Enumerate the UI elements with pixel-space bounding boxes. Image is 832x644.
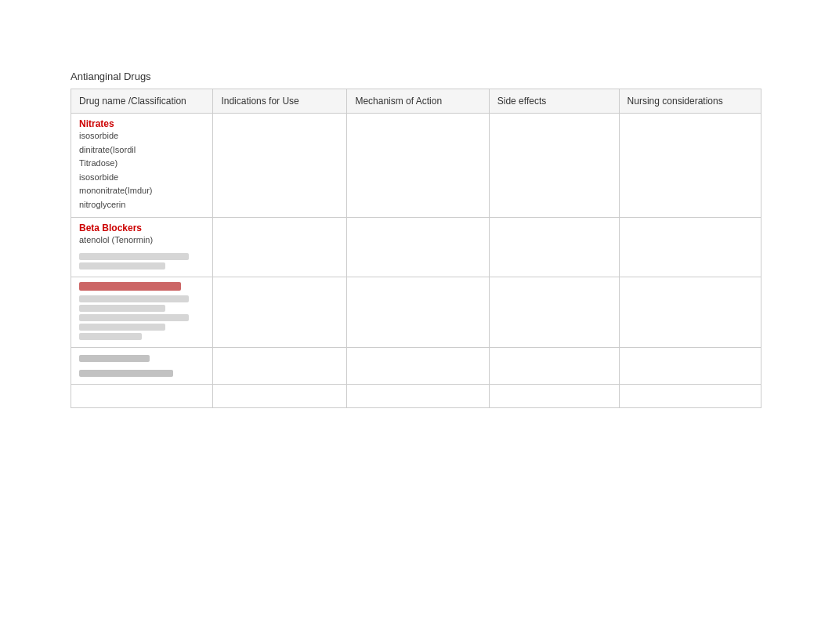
col-header-indications: Indications for Use bbox=[213, 89, 347, 114]
cell-third-mechanism bbox=[347, 277, 489, 348]
table-row-empty bbox=[71, 385, 761, 408]
cell-third-indications bbox=[213, 277, 347, 348]
page-title: Antianginal Drugs bbox=[71, 71, 761, 82]
cell-beta-side-effects bbox=[489, 217, 619, 277]
category-nitrates: Nitrates bbox=[79, 118, 204, 129]
page-container: Antianginal Drugs Drug name /Classificat… bbox=[0, 0, 832, 440]
table-row-beta-blockers: Beta Blockers atenolol (Tenormin) bbox=[71, 217, 761, 277]
col-header-mechanism: Mechanism of Action bbox=[347, 89, 489, 114]
cell-fourth-mechanism bbox=[347, 348, 489, 385]
cell-nitrates-mechanism bbox=[347, 114, 489, 218]
blurred-category-label bbox=[79, 282, 181, 291]
drug-list-beta: atenolol (Tenormin) bbox=[79, 233, 204, 248]
cell-third-classification bbox=[71, 277, 213, 348]
cell-beta-nursing bbox=[619, 217, 761, 277]
cell-beta-mechanism bbox=[347, 217, 489, 277]
col-header-classification: Drug name /Classification bbox=[71, 89, 213, 114]
category-beta-blockers: Beta Blockers bbox=[79, 223, 204, 233]
cell-empty-side-effects bbox=[489, 385, 619, 408]
cell-empty-mechanism bbox=[347, 385, 489, 408]
cell-third-side-effects bbox=[489, 277, 619, 348]
cell-fourth-indications bbox=[213, 348, 347, 385]
col-header-nursing: Nursing considerations bbox=[619, 89, 761, 114]
table-row-third bbox=[71, 277, 761, 348]
cell-nitrates-side-effects bbox=[489, 114, 619, 218]
drug-list-nitrates: isosorbide dinitrate(Isordil Titradose) … bbox=[79, 129, 204, 212]
cell-beta-indications bbox=[213, 217, 347, 277]
cell-beta-classification: Beta Blockers atenolol (Tenormin) bbox=[71, 217, 213, 277]
cell-fourth-side-effects bbox=[489, 348, 619, 385]
table-header-row: Drug name /Classification Indications fo… bbox=[71, 89, 761, 114]
cell-empty-nursing bbox=[619, 385, 761, 408]
cell-fourth-classification bbox=[71, 348, 213, 385]
cell-nitrates-classification: Nitrates isosorbide dinitrate(Isordil Ti… bbox=[71, 114, 213, 218]
table-row-fourth bbox=[71, 348, 761, 385]
cell-third-nursing bbox=[619, 277, 761, 348]
cell-nitrates-nursing bbox=[619, 114, 761, 218]
cell-fourth-nursing bbox=[619, 348, 761, 385]
cell-empty-classification bbox=[71, 385, 213, 408]
cell-nitrates-indications bbox=[213, 114, 347, 218]
table-row-nitrates: Nitrates isosorbide dinitrate(Isordil Ti… bbox=[71, 114, 761, 218]
drug-table: Drug name /Classification Indications fo… bbox=[71, 89, 761, 408]
cell-empty-indications bbox=[213, 385, 347, 408]
col-header-side-effects: Side effects bbox=[489, 89, 619, 114]
